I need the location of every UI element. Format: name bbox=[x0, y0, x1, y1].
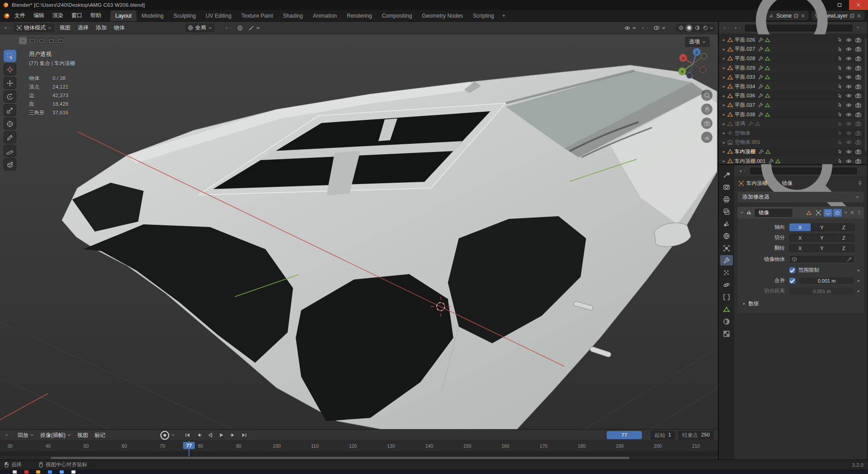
play-reverse-button[interactable] bbox=[205, 431, 215, 439]
frame-start-field[interactable]: 起始 1 bbox=[650, 430, 675, 441]
expand-toggle-icon[interactable]: ▸ bbox=[721, 103, 727, 107]
clipping-checkbox[interactable] bbox=[789, 267, 795, 273]
outliner-display-mode-dropdown[interactable] bbox=[733, 25, 742, 31]
select-mode-intersect-button[interactable] bbox=[57, 37, 65, 44]
outliner-filter-dropdown[interactable] bbox=[855, 25, 864, 31]
properties-tab-modifiers[interactable] bbox=[720, 255, 733, 265]
expand-toggle-icon[interactable]: ▸ bbox=[721, 122, 727, 126]
outliner-row[interactable]: ▸ 平面.026 bbox=[719, 35, 867, 45]
disable-render-toggle[interactable] bbox=[855, 140, 861, 145]
pin-icon[interactable] bbox=[858, 181, 863, 186]
outliner-row[interactable]: ▸ 平面.037 bbox=[719, 100, 867, 110]
modifier-on-cage-toggle[interactable] bbox=[805, 209, 813, 217]
bisect-distance-field[interactable]: 0.001 m bbox=[789, 287, 854, 295]
decorator-dot[interactable] bbox=[858, 290, 859, 292]
proportional-editing-toggle[interactable] bbox=[236, 24, 245, 32]
pan-button[interactable] bbox=[701, 104, 712, 115]
properties-tab-view-layer[interactable] bbox=[720, 206, 733, 217]
workspace-tab-geometry-nodes[interactable]: Geometry Nodes bbox=[417, 10, 468, 21]
taskbar-app-icon[interactable] bbox=[36, 470, 40, 474]
hide-viewport-toggle[interactable] bbox=[846, 93, 852, 98]
jump-to-start-button[interactable] bbox=[182, 431, 193, 439]
decorator-dot[interactable] bbox=[858, 270, 859, 271]
hide-viewport-toggle[interactable] bbox=[846, 112, 852, 117]
snap-settings-dropdown[interactable] bbox=[224, 25, 233, 31]
tool-rotate-button[interactable] bbox=[4, 90, 16, 103]
topbar-menu[interactable]: 文件 bbox=[10, 10, 29, 21]
auto-keying-toggle[interactable] bbox=[160, 431, 170, 439]
object-name[interactable]: 车内顶棚.001 bbox=[735, 158, 765, 164]
selectable-toggle[interactable] bbox=[838, 38, 842, 42]
properties-tab-object[interactable] bbox=[720, 243, 733, 253]
tool-cursor-button[interactable] bbox=[4, 63, 16, 76]
hide-viewport-toggle[interactable] bbox=[846, 38, 852, 43]
hide-viewport-toggle[interactable] bbox=[846, 131, 852, 136]
outliner-row[interactable]: ▸ 车内顶棚 bbox=[719, 147, 867, 156]
add-workspace-button[interactable]: + bbox=[499, 10, 509, 21]
properties-search-input[interactable] bbox=[750, 167, 858, 175]
axis-x-button[interactable]: X bbox=[789, 223, 811, 231]
outliner-search-input[interactable] bbox=[744, 24, 853, 32]
axis-y-button[interactable]: Y bbox=[811, 223, 832, 231]
hide-viewport-toggle[interactable] bbox=[846, 47, 852, 52]
play-button[interactable] bbox=[216, 431, 226, 439]
outliner-editor-type-button[interactable] bbox=[722, 25, 731, 31]
zoom-button[interactable] bbox=[701, 90, 712, 101]
close-button[interactable] bbox=[849, 0, 868, 10]
selectable-toggle[interactable] bbox=[838, 75, 842, 80]
object-name[interactable]: 平面.026 bbox=[735, 37, 755, 43]
select-mode-invert-button[interactable] bbox=[47, 37, 55, 44]
preview-range-clock-toggle[interactable] bbox=[644, 434, 648, 436]
disable-render-toggle[interactable] bbox=[855, 103, 861, 108]
object-name[interactable]: 平面.033 bbox=[735, 74, 755, 81]
outliner-row[interactable]: ▸ 平面.034 bbox=[719, 82, 867, 91]
object-name[interactable]: 平面.029 bbox=[735, 65, 755, 71]
timeline-menu[interactable]: 回放 bbox=[14, 430, 37, 441]
snap-toggle[interactable] bbox=[218, 27, 222, 29]
hide-viewport-toggle[interactable] bbox=[846, 103, 852, 108]
remove-viewlayer-button[interactable] bbox=[857, 14, 861, 18]
breadcrumb-object[interactable]: 车内顶棚 bbox=[746, 180, 767, 187]
disable-render-toggle[interactable] bbox=[855, 47, 861, 52]
hide-viewport-toggle[interactable] bbox=[846, 121, 852, 126]
workspace-tab-animation[interactable]: Animation bbox=[308, 10, 342, 21]
gizmo-neg-x-ball[interactable] bbox=[700, 67, 706, 73]
data-subpanel-toggle[interactable]: ▸ 数据 bbox=[741, 299, 860, 308]
taskbar-app-icon[interactable] bbox=[60, 470, 64, 474]
properties-tab-tool[interactable] bbox=[720, 170, 733, 180]
expand-toggle-icon[interactable]: ▸ bbox=[721, 84, 727, 89]
hide-viewport-toggle[interactable] bbox=[846, 66, 852, 71]
hide-viewport-toggle[interactable] bbox=[846, 159, 852, 164]
breadcrumb-modifier[interactable]: 镜像 bbox=[782, 180, 793, 187]
transform-orientation-dropdown[interactable]: 全局 bbox=[184, 23, 216, 33]
properties-tab-material[interactable] bbox=[720, 316, 733, 327]
tool-transform-button[interactable] bbox=[4, 118, 16, 130]
properties-tab-output[interactable] bbox=[720, 194, 733, 204]
outliner-row[interactable]: ▸ 车内顶棚.001 bbox=[719, 156, 867, 164]
outliner-row[interactable]: ▸ 平面.036 bbox=[719, 91, 867, 101]
hide-viewport-toggle[interactable] bbox=[846, 56, 852, 61]
selectable-toggle[interactable] bbox=[838, 94, 842, 98]
timeline-scrollbar[interactable] bbox=[0, 456, 718, 460]
hide-viewport-toggle[interactable] bbox=[846, 75, 852, 80]
workspace-tab-scripting[interactable]: Scripting bbox=[468, 10, 499, 21]
expand-toggle-icon[interactable]: ▸ bbox=[721, 75, 727, 80]
object-visibility-dropdown[interactable] bbox=[623, 24, 638, 32]
current-frame-field[interactable]: 77 bbox=[607, 431, 642, 439]
blender-app-menu-icon[interactable] bbox=[4, 13, 10, 19]
hide-viewport-toggle[interactable] bbox=[846, 149, 852, 154]
eyedropper-icon[interactable] bbox=[847, 257, 852, 262]
viewport-canvas[interactable]: 用户透视 (77) 集合 | 车内顶棚 物体0 / 38顶点24,121边42,… bbox=[0, 34, 718, 429]
navigation-gizmo[interactable]: X Z Y bbox=[675, 46, 711, 81]
properties-filter-button[interactable] bbox=[860, 170, 863, 172]
workspace-tab-compositing[interactable]: Compositing bbox=[377, 10, 417, 21]
taskbar-app-icon[interactable] bbox=[13, 470, 17, 474]
tool-scale-button[interactable] bbox=[4, 104, 16, 116]
workspace-tab-rendering[interactable]: Rendering bbox=[342, 10, 377, 21]
flip-x-button[interactable]: X bbox=[789, 244, 811, 252]
add-modifier-button[interactable]: 添加修改器 bbox=[738, 192, 863, 202]
object-name[interactable]: 平面.034 bbox=[735, 83, 755, 90]
selectable-toggle[interactable] bbox=[838, 56, 842, 61]
timeline-menu[interactable]: 抓像(插帧) bbox=[37, 430, 74, 441]
shading-dropdown-icon[interactable] bbox=[710, 27, 713, 29]
